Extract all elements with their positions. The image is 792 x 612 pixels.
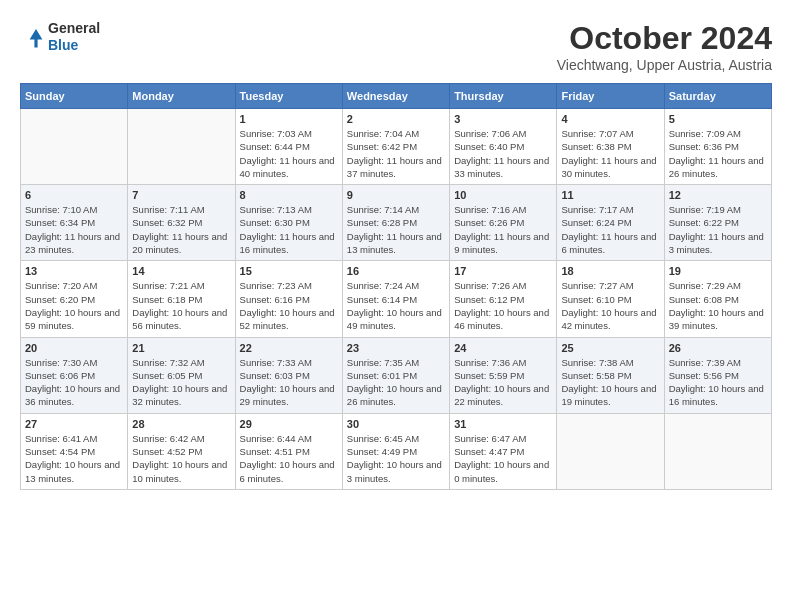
calendar-cell: 27Sunrise: 6:41 AMSunset: 4:54 PMDayligh… <box>21 413 128 489</box>
day-number: 1 <box>240 113 338 125</box>
day-number: 5 <box>669 113 767 125</box>
day-info: Sunrise: 7:09 AMSunset: 6:36 PMDaylight:… <box>669 127 767 180</box>
day-info: Sunrise: 7:13 AMSunset: 6:30 PMDaylight:… <box>240 203 338 256</box>
day-info: Sunrise: 7:26 AMSunset: 6:12 PMDaylight:… <box>454 279 552 332</box>
weekday-sunday: Sunday <box>21 84 128 109</box>
day-number: 6 <box>25 189 123 201</box>
day-number: 10 <box>454 189 552 201</box>
logo-text: General Blue <box>48 20 100 54</box>
week-row-3: 13Sunrise: 7:20 AMSunset: 6:20 PMDayligh… <box>21 261 772 337</box>
day-info: Sunrise: 7:23 AMSunset: 6:16 PMDaylight:… <box>240 279 338 332</box>
day-info: Sunrise: 7:03 AMSunset: 6:44 PMDaylight:… <box>240 127 338 180</box>
calendar-cell: 7Sunrise: 7:11 AMSunset: 6:32 PMDaylight… <box>128 185 235 261</box>
day-number: 3 <box>454 113 552 125</box>
month-title: October 2024 <box>557 20 772 57</box>
calendar-cell <box>557 413 664 489</box>
day-info: Sunrise: 7:35 AMSunset: 6:01 PMDaylight:… <box>347 356 445 409</box>
day-info: Sunrise: 7:39 AMSunset: 5:56 PMDaylight:… <box>669 356 767 409</box>
week-row-1: 1Sunrise: 7:03 AMSunset: 6:44 PMDaylight… <box>21 109 772 185</box>
day-number: 28 <box>132 418 230 430</box>
weekday-tuesday: Tuesday <box>235 84 342 109</box>
day-info: Sunrise: 7:16 AMSunset: 6:26 PMDaylight:… <box>454 203 552 256</box>
day-number: 29 <box>240 418 338 430</box>
calendar-cell: 10Sunrise: 7:16 AMSunset: 6:26 PMDayligh… <box>450 185 557 261</box>
day-number: 18 <box>561 265 659 277</box>
day-info: Sunrise: 6:41 AMSunset: 4:54 PMDaylight:… <box>25 432 123 485</box>
day-number: 23 <box>347 342 445 354</box>
day-number: 16 <box>347 265 445 277</box>
calendar-cell: 17Sunrise: 7:26 AMSunset: 6:12 PMDayligh… <box>450 261 557 337</box>
calendar-cell: 20Sunrise: 7:30 AMSunset: 6:06 PMDayligh… <box>21 337 128 413</box>
weekday-friday: Friday <box>557 84 664 109</box>
day-info: Sunrise: 7:27 AMSunset: 6:10 PMDaylight:… <box>561 279 659 332</box>
calendar-cell: 14Sunrise: 7:21 AMSunset: 6:18 PMDayligh… <box>128 261 235 337</box>
day-number: 26 <box>669 342 767 354</box>
day-number: 12 <box>669 189 767 201</box>
calendar-cell: 18Sunrise: 7:27 AMSunset: 6:10 PMDayligh… <box>557 261 664 337</box>
day-number: 30 <box>347 418 445 430</box>
calendar-cell: 31Sunrise: 6:47 AMSunset: 4:47 PMDayligh… <box>450 413 557 489</box>
day-number: 20 <box>25 342 123 354</box>
day-info: Sunrise: 7:24 AMSunset: 6:14 PMDaylight:… <box>347 279 445 332</box>
week-row-2: 6Sunrise: 7:10 AMSunset: 6:34 PMDaylight… <box>21 185 772 261</box>
calendar-cell: 25Sunrise: 7:38 AMSunset: 5:58 PMDayligh… <box>557 337 664 413</box>
day-info: Sunrise: 7:36 AMSunset: 5:59 PMDaylight:… <box>454 356 552 409</box>
day-info: Sunrise: 7:14 AMSunset: 6:28 PMDaylight:… <box>347 203 445 256</box>
day-number: 17 <box>454 265 552 277</box>
location: Viechtwang, Upper Austria, Austria <box>557 57 772 73</box>
day-info: Sunrise: 7:20 AMSunset: 6:20 PMDaylight:… <box>25 279 123 332</box>
day-info: Sunrise: 7:06 AMSunset: 6:40 PMDaylight:… <box>454 127 552 180</box>
calendar-cell: 21Sunrise: 7:32 AMSunset: 6:05 PMDayligh… <box>128 337 235 413</box>
calendar: SundayMondayTuesdayWednesdayThursdayFrid… <box>20 83 772 490</box>
calendar-cell: 5Sunrise: 7:09 AMSunset: 6:36 PMDaylight… <box>664 109 771 185</box>
calendar-cell: 29Sunrise: 6:44 AMSunset: 4:51 PMDayligh… <box>235 413 342 489</box>
day-number: 31 <box>454 418 552 430</box>
calendar-cell <box>21 109 128 185</box>
day-info: Sunrise: 7:32 AMSunset: 6:05 PMDaylight:… <box>132 356 230 409</box>
weekday-wednesday: Wednesday <box>342 84 449 109</box>
calendar-cell: 11Sunrise: 7:17 AMSunset: 6:24 PMDayligh… <box>557 185 664 261</box>
calendar-cell: 23Sunrise: 7:35 AMSunset: 6:01 PMDayligh… <box>342 337 449 413</box>
day-number: 25 <box>561 342 659 354</box>
day-info: Sunrise: 7:33 AMSunset: 6:03 PMDaylight:… <box>240 356 338 409</box>
weekday-saturday: Saturday <box>664 84 771 109</box>
day-number: 13 <box>25 265 123 277</box>
calendar-cell: 3Sunrise: 7:06 AMSunset: 6:40 PMDaylight… <box>450 109 557 185</box>
day-number: 21 <box>132 342 230 354</box>
day-number: 14 <box>132 265 230 277</box>
calendar-cell: 28Sunrise: 6:42 AMSunset: 4:52 PMDayligh… <box>128 413 235 489</box>
calendar-cell: 1Sunrise: 7:03 AMSunset: 6:44 PMDaylight… <box>235 109 342 185</box>
day-number: 15 <box>240 265 338 277</box>
header: General Blue October 2024 Viechtwang, Up… <box>20 20 772 73</box>
weekday-thursday: Thursday <box>450 84 557 109</box>
weekday-monday: Monday <box>128 84 235 109</box>
title-section: October 2024 Viechtwang, Upper Austria, … <box>557 20 772 73</box>
calendar-cell: 8Sunrise: 7:13 AMSunset: 6:30 PMDaylight… <box>235 185 342 261</box>
calendar-cell: 15Sunrise: 7:23 AMSunset: 6:16 PMDayligh… <box>235 261 342 337</box>
calendar-cell <box>664 413 771 489</box>
calendar-cell: 26Sunrise: 7:39 AMSunset: 5:56 PMDayligh… <box>664 337 771 413</box>
calendar-cell: 30Sunrise: 6:45 AMSunset: 4:49 PMDayligh… <box>342 413 449 489</box>
day-number: 11 <box>561 189 659 201</box>
day-info: Sunrise: 7:29 AMSunset: 6:08 PMDaylight:… <box>669 279 767 332</box>
day-info: Sunrise: 6:47 AMSunset: 4:47 PMDaylight:… <box>454 432 552 485</box>
day-number: 27 <box>25 418 123 430</box>
calendar-cell: 13Sunrise: 7:20 AMSunset: 6:20 PMDayligh… <box>21 261 128 337</box>
day-info: Sunrise: 7:38 AMSunset: 5:58 PMDaylight:… <box>561 356 659 409</box>
calendar-cell: 22Sunrise: 7:33 AMSunset: 6:03 PMDayligh… <box>235 337 342 413</box>
day-number: 4 <box>561 113 659 125</box>
calendar-cell: 24Sunrise: 7:36 AMSunset: 5:59 PMDayligh… <box>450 337 557 413</box>
day-info: Sunrise: 7:11 AMSunset: 6:32 PMDaylight:… <box>132 203 230 256</box>
calendar-cell: 12Sunrise: 7:19 AMSunset: 6:22 PMDayligh… <box>664 185 771 261</box>
calendar-cell: 16Sunrise: 7:24 AMSunset: 6:14 PMDayligh… <box>342 261 449 337</box>
day-number: 22 <box>240 342 338 354</box>
day-info: Sunrise: 7:04 AMSunset: 6:42 PMDaylight:… <box>347 127 445 180</box>
day-info: Sunrise: 7:30 AMSunset: 6:06 PMDaylight:… <box>25 356 123 409</box>
logo-icon <box>20 25 44 49</box>
day-number: 2 <box>347 113 445 125</box>
day-info: Sunrise: 7:21 AMSunset: 6:18 PMDaylight:… <box>132 279 230 332</box>
day-info: Sunrise: 7:17 AMSunset: 6:24 PMDaylight:… <box>561 203 659 256</box>
day-info: Sunrise: 6:45 AMSunset: 4:49 PMDaylight:… <box>347 432 445 485</box>
calendar-cell: 19Sunrise: 7:29 AMSunset: 6:08 PMDayligh… <box>664 261 771 337</box>
day-number: 9 <box>347 189 445 201</box>
